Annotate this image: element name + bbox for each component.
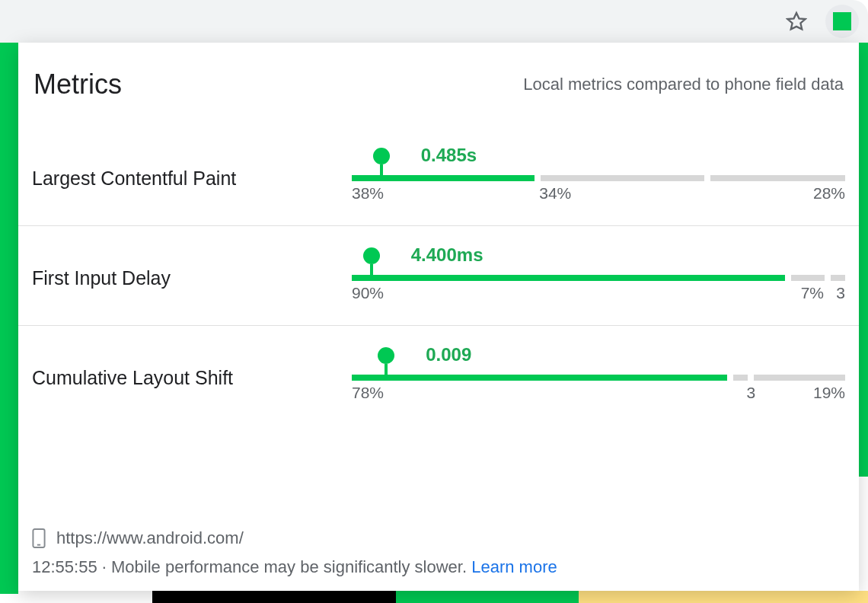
footer-separator: · — [97, 557, 111, 576]
metric-local-value: 0.485s — [421, 145, 477, 166]
footer-status-row: 12:55:55 · Mobile performance may be sig… — [32, 557, 845, 577]
distribution-segment — [710, 175, 845, 181]
metric-row: First Input Delay90%7%34.400ms — [18, 226, 859, 326]
metric-name: First Input Delay — [32, 267, 321, 289]
panel-footer: https://www.android.com/ 12:55:55 · Mobi… — [18, 528, 859, 591]
distribution-bars — [352, 175, 845, 181]
local-value-marker — [363, 247, 380, 281]
marker-dot-icon — [373, 148, 390, 164]
metric-distribution-chart: 78%319%0.009 — [352, 352, 845, 404]
distribution-segment — [541, 175, 704, 181]
distribution-segment-label: 3 — [746, 384, 755, 402]
browser-toolbar — [0, 0, 868, 43]
footer-warning: Mobile performance may be significantly … — [111, 557, 471, 576]
footer-url-row: https://www.android.com/ — [32, 528, 845, 548]
distribution-segment-label: 90% — [352, 284, 384, 302]
metric-local-value: 4.400ms — [411, 244, 483, 266]
distribution-segment — [754, 375, 845, 381]
distribution-segment — [791, 275, 825, 281]
marker-stem-icon — [370, 264, 373, 281]
panel-title: Metrics — [34, 69, 122, 100]
web-vitals-extension-button[interactable] — [825, 5, 859, 38]
marker-dot-icon — [378, 347, 394, 364]
marker-stem-icon — [385, 364, 388, 381]
footer-timestamp: 12:55:55 — [32, 557, 97, 576]
distribution-segment — [733, 375, 748, 381]
bg-accent-right — [857, 43, 868, 477]
metric-local-value: 0.009 — [426, 344, 471, 365]
local-value-marker — [373, 148, 390, 181]
distribution-segment — [831, 275, 845, 281]
footer-url: https://www.android.com/ — [56, 528, 244, 548]
metric-distribution-chart: 38%34%28%0.485s — [352, 152, 845, 204]
distribution-segment-label: 7% — [801, 284, 824, 302]
distribution-bars — [352, 275, 845, 281]
distribution-segment-label: 78% — [352, 384, 384, 402]
panel-subtitle: Local metrics compared to phone field da… — [523, 75, 844, 94]
learn-more-link[interactable]: Learn more — [471, 557, 557, 576]
web-vitals-panel: Metrics Local metrics compared to phone … — [18, 43, 859, 591]
star-outline-icon — [786, 11, 807, 32]
metric-name: Cumulative Layout Shift — [32, 367, 321, 389]
distribution-segment-label: 28% — [813, 184, 845, 203]
distribution-labels: 90%7%3 — [352, 284, 845, 302]
extension-status-icon — [833, 12, 851, 30]
distribution-segment — [352, 275, 785, 281]
panel-header: Metrics Local metrics compared to phone … — [18, 69, 859, 126]
metric-row: Cumulative Layout Shift78%319%0.009 — [18, 326, 859, 425]
metric-row: Largest Contentful Paint38%34%28%0.485s — [18, 126, 859, 226]
distribution-labels: 38%34%28% — [352, 184, 845, 203]
distribution-bars — [352, 375, 845, 381]
distribution-labels: 78%319% — [352, 384, 845, 402]
distribution-segment-label: 34% — [539, 184, 571, 203]
marker-stem-icon — [380, 164, 383, 181]
local-value-marker — [378, 347, 394, 381]
marker-dot-icon — [363, 247, 380, 264]
distribution-segment — [352, 375, 727, 381]
bg-accent-bottom — [152, 591, 868, 603]
bg-accent-left — [0, 43, 18, 594]
bookmark-button[interactable] — [780, 5, 813, 38]
metric-distribution-chart: 90%7%34.400ms — [352, 252, 845, 304]
distribution-segment-label: 38% — [352, 184, 384, 203]
phone-icon — [32, 528, 46, 548]
distribution-segment-label: 19% — [813, 384, 845, 402]
metric-name: Largest Contentful Paint — [32, 168, 321, 190]
distribution-segment-label: 3 — [836, 284, 845, 302]
